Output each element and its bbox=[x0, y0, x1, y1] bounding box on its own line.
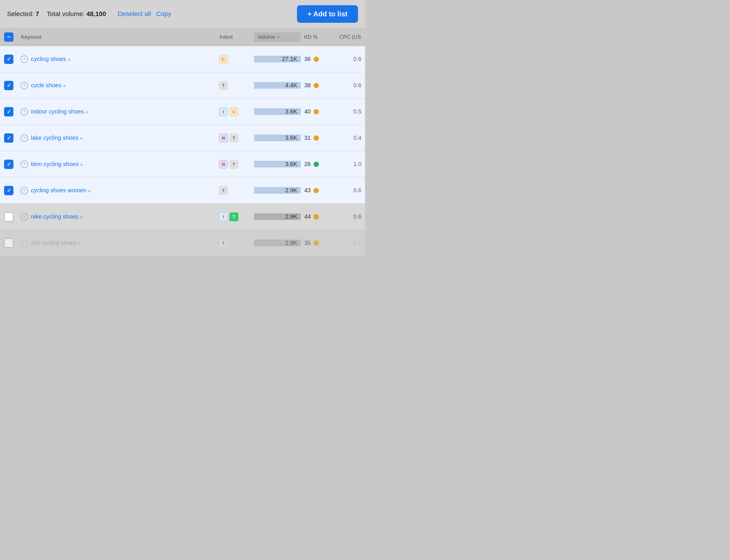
add-keyword-icon[interactable]: + bbox=[20, 134, 28, 142]
top-bar: Selected: 7 Total volume: 48,100 Deselec… bbox=[0, 0, 365, 28]
table-row: + tiem cycling shoes » NT 3.6K 26 1.0 bbox=[0, 151, 365, 177]
kd-value: 26 bbox=[304, 161, 311, 168]
intent-badge: T bbox=[219, 239, 228, 247]
add-keyword-icon[interactable]: + bbox=[20, 108, 28, 116]
table-row: + lake cycling shoes » NT 3.6K 31 0.4 bbox=[0, 125, 365, 151]
row-checkbox[interactable] bbox=[4, 107, 13, 116]
checkbox-cell[interactable] bbox=[0, 133, 18, 143]
volume-cell: 3.6K bbox=[254, 161, 301, 168]
keyword-text[interactable]: lake cycling shoes » bbox=[31, 135, 83, 141]
intent-cell: IC bbox=[216, 107, 254, 116]
cpc-column-header: CPC (US bbox=[336, 32, 365, 42]
kd-value: 40 bbox=[304, 108, 311, 115]
add-to-list-button[interactable]: + Add to list bbox=[297, 5, 358, 23]
chevron-right-icon: » bbox=[80, 214, 83, 219]
keyword-text[interactable]: indoor cycling shoes » bbox=[31, 108, 88, 115]
cpc-cell: 0.6 bbox=[336, 187, 365, 194]
cpc-cell: 0.6 bbox=[336, 240, 365, 246]
kd-column-header: KD % bbox=[301, 32, 336, 42]
kd-dot bbox=[313, 109, 319, 114]
cpc-cell: 0.6 bbox=[336, 56, 365, 62]
row-checkbox[interactable] bbox=[4, 133, 13, 143]
intent-badge: N bbox=[219, 160, 228, 169]
intent-badge: T bbox=[229, 134, 238, 142]
keyword-text[interactable]: cycling shoes women » bbox=[31, 187, 91, 194]
keyword-text[interactable]: cycling shoes » bbox=[31, 56, 70, 62]
intent-badge: T bbox=[229, 160, 238, 169]
checkbox-cell[interactable] bbox=[0, 107, 18, 116]
volume-cell: 2.9K bbox=[254, 240, 301, 246]
intent-badge: N bbox=[219, 134, 228, 142]
volume-cell: 4.4K bbox=[254, 82, 301, 89]
deselect-all-link[interactable]: Deselect all bbox=[118, 10, 151, 18]
keyword-text[interactable]: nike cycling shoes » bbox=[31, 213, 83, 220]
copy-link[interactable]: Copy bbox=[156, 10, 171, 18]
chevron-right-icon: » bbox=[78, 241, 81, 246]
checkbox-cell[interactable] bbox=[0, 160, 18, 169]
selected-label: Selected: 7 bbox=[7, 10, 39, 18]
kd-cell: 40 bbox=[301, 108, 336, 115]
keyword-cell: + cycling shoes » bbox=[18, 55, 216, 63]
chevron-right-icon: » bbox=[63, 83, 66, 88]
chevron-right-icon: » bbox=[80, 162, 83, 167]
volume-cell: 2.9K bbox=[254, 187, 301, 194]
kd-value: 43 bbox=[304, 187, 311, 194]
checkbox-cell[interactable] bbox=[0, 212, 18, 221]
kd-dot bbox=[313, 83, 319, 88]
add-keyword-icon[interactable]: + bbox=[20, 187, 28, 194]
intent-column-header: Intent bbox=[216, 32, 254, 42]
kd-cell: 38 bbox=[301, 82, 336, 89]
kd-dot bbox=[313, 214, 319, 219]
chevron-right-icon: » bbox=[80, 136, 83, 141]
keyword-cell: + lake cycling shoes » bbox=[18, 134, 216, 142]
intent-badge: C bbox=[229, 107, 238, 116]
row-checkbox[interactable] bbox=[4, 160, 13, 169]
checkbox-cell[interactable] bbox=[0, 238, 18, 248]
add-keyword-icon[interactable]: + bbox=[20, 82, 28, 89]
sort-icon[interactable]: ≡ bbox=[277, 35, 279, 39]
add-keyword-icon[interactable]: + bbox=[20, 213, 28, 221]
chevron-right-icon: » bbox=[68, 57, 70, 62]
add-keyword-icon[interactable]: + bbox=[20, 55, 28, 63]
kd-value: 38 bbox=[304, 82, 311, 89]
add-keyword-icon[interactable]: + bbox=[20, 239, 28, 247]
cpc-cell: 0.5 bbox=[336, 108, 365, 115]
row-checkbox[interactable] bbox=[4, 55, 13, 64]
checkbox-cell[interactable] bbox=[0, 186, 18, 195]
table-header: Keyword Intent Volume ≡ KD % CPC (US bbox=[0, 28, 365, 46]
intent-badge: T bbox=[219, 81, 228, 90]
checkbox-cell[interactable] bbox=[0, 81, 18, 90]
intent-cell: T bbox=[216, 186, 254, 195]
keyword-cell: + cycle shoes » bbox=[18, 82, 216, 89]
keyword-cell: + indoor cycling shoes » bbox=[18, 108, 216, 116]
kd-cell: 36 bbox=[301, 56, 336, 62]
keyword-text[interactable]: cycle shoes » bbox=[31, 82, 66, 89]
add-keyword-icon[interactable]: + bbox=[20, 161, 28, 168]
table-row: + cycle shoes » T 4.4K 38 0.6 bbox=[0, 72, 365, 99]
keyword-cell: + cycling shoes women » bbox=[18, 187, 216, 194]
chevron-right-icon: » bbox=[86, 109, 88, 114]
volume-cell: 27.1K bbox=[254, 56, 301, 62]
kd-dot bbox=[313, 188, 319, 193]
cpc-cell: 0.6 bbox=[336, 82, 365, 89]
table-body: + cycling shoes » C 27.1K 36 0.6 + cycle… bbox=[0, 46, 365, 256]
kd-dot bbox=[313, 135, 319, 141]
intent-badge: I bbox=[219, 212, 228, 221]
kd-value: 31 bbox=[304, 135, 311, 141]
keyword-text[interactable]: sidi cycling shoes » bbox=[31, 240, 81, 246]
checkbox-cell[interactable] bbox=[0, 55, 18, 64]
chevron-right-icon: » bbox=[88, 188, 91, 193]
cpc-cell: 0.4 bbox=[336, 135, 365, 141]
keyword-text[interactable]: tiem cycling shoes » bbox=[31, 161, 83, 168]
row-checkbox[interactable] bbox=[4, 212, 13, 221]
keyword-cell: + tiem cycling shoes » bbox=[18, 161, 216, 168]
kd-cell: 44 bbox=[301, 213, 336, 220]
table-row: + nike cycling shoes » IT 2.9K 44 0.6 bbox=[0, 204, 365, 230]
row-checkbox[interactable] bbox=[4, 186, 13, 195]
row-checkbox[interactable] bbox=[4, 81, 13, 90]
kd-cell: 26 bbox=[301, 161, 336, 168]
select-all-checkbox[interactable] bbox=[0, 32, 18, 42]
row-checkbox[interactable] bbox=[4, 238, 13, 248]
volume-column-header[interactable]: Volume ≡ bbox=[254, 32, 301, 42]
volume-cell: 3.6K bbox=[254, 135, 301, 141]
